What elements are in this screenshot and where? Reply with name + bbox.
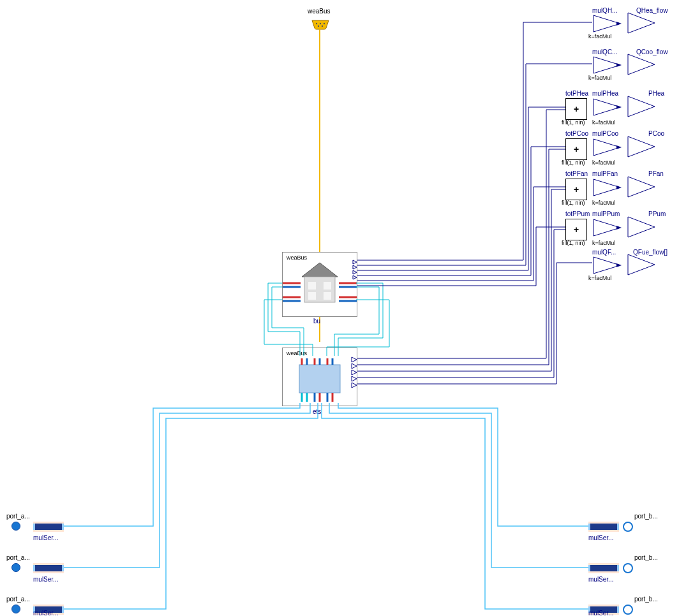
totPFan-fill-label: fill(1, nin): [562, 200, 585, 206]
svg-point-4: [322, 26, 323, 27]
sum-symbol: +: [574, 224, 579, 235]
mulQFue-label: mulQF...: [592, 249, 616, 256]
port-a-2-label: port_a...: [6, 596, 30, 603]
svg-marker-53: [593, 179, 620, 196]
mulPFan-gain-icon[interactable]: [592, 178, 622, 197]
svg-marker-50: [593, 139, 620, 156]
mulQFue-k-label: k=facMul: [588, 275, 611, 281]
totPFan-label: totPFan: [565, 170, 588, 177]
totPPum-fill-label: fill(1, nin): [562, 240, 585, 246]
svg-marker-43: [628, 13, 655, 33]
weabus-connector-icon: [311, 19, 330, 31]
svg-point-2: [324, 23, 325, 24]
mulSer-a-0-label: mulSer...: [33, 534, 58, 541]
svg-marker-44: [593, 57, 620, 73]
svg-point-3: [318, 26, 319, 27]
mulSer-b-0-label: mulSer...: [588, 534, 613, 541]
mulPPum-label: mulPPum: [592, 210, 620, 217]
weabus-top-label: weaBus: [308, 8, 331, 15]
mulQFue-gain-icon[interactable]: [592, 256, 622, 275]
port-a-2-icon[interactable]: [11, 605, 20, 613]
QHea-out-icon[interactable]: [627, 11, 656, 34]
svg-marker-51: [616, 145, 622, 149]
sum-symbol: +: [574, 104, 579, 114]
port-b-0-icon[interactable]: [623, 522, 633, 532]
mulSer-b-1[interactable]: [588, 563, 619, 573]
port-a-1-label: port_a...: [6, 554, 30, 561]
port-b-1-label: port_b...: [634, 554, 658, 561]
totPCoo-label: totPCoo: [565, 130, 588, 137]
port-a-1-icon[interactable]: [11, 563, 20, 572]
mulPHea-gain-icon[interactable]: [592, 98, 622, 117]
sum-symbol: +: [574, 144, 579, 154]
totPHea-label: totPHea: [565, 90, 588, 97]
mulPPum-k-label: k=facMul: [592, 240, 615, 246]
mulSer-a-2-label: mulSer...: [33, 610, 58, 616]
mulQHea-k-label: k=facMul: [588, 33, 611, 40]
mulQCoo-gain-icon[interactable]: [592, 55, 622, 75]
mulSer-b-2-label: mulSer...: [588, 610, 613, 616]
svg-marker-55: [628, 177, 655, 197]
mulPCoo-gain-icon[interactable]: [592, 138, 622, 157]
svg-marker-61: [628, 254, 655, 275]
svg-marker-52: [628, 136, 655, 157]
mulSer-a-1-label: mulSer...: [33, 576, 58, 583]
svg-marker-20: [353, 265, 357, 269]
PHea-out-icon[interactable]: [627, 95, 656, 118]
mulPFan-label: mulPFan: [592, 170, 618, 177]
mulQHea-label: mulQH...: [592, 7, 617, 14]
svg-marker-41: [593, 15, 620, 32]
mulPHea-k-label: k=facMul: [592, 119, 615, 126]
svg-marker-56: [593, 219, 620, 236]
mulSer-a-0[interactable]: [33, 522, 64, 532]
mulSer-b-1-label: mulSer...: [588, 576, 613, 583]
svg-marker-47: [593, 99, 620, 115]
mulPCoo-label: mulPCoo: [592, 130, 618, 137]
totPHea-sum-icon[interactable]: +: [565, 98, 587, 120]
totPPum-label: totPPum: [565, 210, 590, 217]
svg-marker-42: [616, 22, 622, 26]
port-b-2-label: port_b...: [634, 596, 658, 603]
mulPFan-k-label: k=facMul: [592, 200, 615, 206]
mulSer-a-1[interactable]: [33, 563, 64, 573]
PCoo-out-icon[interactable]: [627, 135, 656, 158]
mulSer-b-0[interactable]: [588, 522, 619, 532]
port-b-2-icon[interactable]: [623, 605, 633, 615]
port-b-1-icon[interactable]: [623, 563, 633, 573]
totPFan-sum-icon[interactable]: +: [565, 179, 587, 200]
svg-marker-57: [616, 226, 622, 230]
port-a-0-label: port_a...: [6, 513, 30, 520]
port-b-0-label: port_b...: [634, 513, 658, 520]
svg-marker-54: [616, 186, 622, 189]
PPum-out-icon[interactable]: [627, 216, 656, 238]
svg-marker-46: [628, 54, 655, 75]
svg-marker-58: [628, 217, 655, 237]
mulPPum-gain-icon[interactable]: [592, 218, 622, 237]
totPCoo-sum-icon[interactable]: +: [565, 138, 587, 160]
svg-marker-49: [628, 96, 655, 117]
port-a-0-icon[interactable]: [11, 522, 20, 531]
mulPCoo-k-label: k=facMul: [592, 159, 615, 166]
svg-point-0: [316, 23, 317, 24]
mulQCoo-label: mulQC...: [592, 48, 617, 55]
svg-marker-48: [616, 105, 622, 109]
mulPHea-label: mulPHea: [592, 90, 618, 97]
QFue-out-icon[interactable]: [627, 253, 656, 276]
totPHea-fill-label: fill(1, nin): [562, 119, 585, 126]
totPCoo-fill-label: fill(1, nin): [562, 159, 585, 166]
PFan-out-icon[interactable]: [627, 175, 656, 198]
mulQCoo-k-label: k=facMul: [588, 75, 611, 81]
sum-symbol: +: [574, 184, 579, 194]
QCoo-out-icon[interactable]: [627, 53, 656, 76]
svg-marker-45: [616, 63, 622, 67]
loop-connections: [255, 274, 415, 414]
svg-marker-19: [353, 260, 357, 264]
svg-point-1: [320, 23, 321, 24]
svg-marker-59: [593, 257, 620, 274]
mulQHea-gain-icon[interactable]: [592, 14, 622, 33]
totPPum-sum-icon[interactable]: +: [565, 219, 587, 240]
svg-marker-60: [616, 263, 622, 267]
